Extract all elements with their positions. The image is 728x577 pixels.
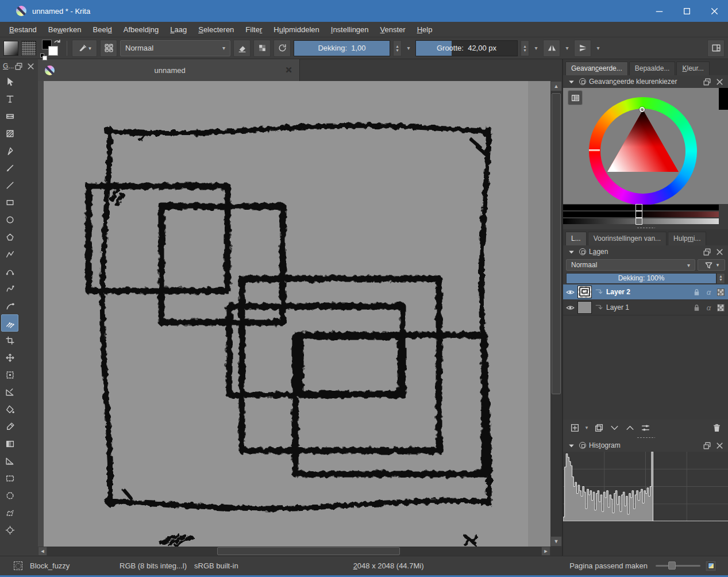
tool-text[interactable] <box>1 90 18 107</box>
layer-properties-button[interactable] <box>638 421 652 434</box>
float-docker-icon[interactable] <box>702 247 712 257</box>
size-spinner[interactable]: ▴▾ <box>521 40 529 56</box>
scroll-right-button[interactable]: ► <box>541 547 550 556</box>
menu-help[interactable]: Help <box>411 25 438 34</box>
tool-line[interactable] <box>1 176 18 194</box>
layer-name[interactable]: Layer 2 <box>606 288 690 296</box>
canvas-viewport[interactable] <box>38 81 550 547</box>
blending-mode-select[interactable]: Normaal ▾ <box>120 40 230 56</box>
tool-select-polygonal[interactable] <box>1 504 18 521</box>
tool-gradient[interactable] <box>1 435 18 452</box>
tool-ellipse[interactable] <box>1 211 18 228</box>
scroll-left-button[interactable]: ◄ <box>38 547 47 556</box>
tool-measure[interactable] <box>1 452 18 470</box>
add-layer-dropdown[interactable]: ▾ <box>583 421 590 434</box>
opacity-spinner[interactable]: ▴▾ <box>393 40 402 56</box>
tool-bezier-curve[interactable] <box>1 263 18 280</box>
tool-select-elliptical[interactable] <box>1 487 18 504</box>
bar-handle[interactable] <box>635 204 642 211</box>
fit-page-button[interactable] <box>705 560 717 572</box>
size-slider[interactable]: Grootte: 42,00 px <box>415 40 518 56</box>
menu-selecteren[interactable]: Selecteren <box>192 25 240 34</box>
tool-move[interactable] <box>1 349 18 366</box>
layer-alpha-lock-icon[interactable]: α <box>704 303 714 312</box>
vertical-scrollbar[interactable]: ▲ ▼ <box>550 81 562 547</box>
mirror-vertical-button[interactable] <box>574 40 591 57</box>
menu-venster[interactable]: Venster <box>375 25 411 34</box>
zoom-mode-label[interactable]: Pagina passend maken <box>569 561 648 570</box>
tab-l[interactable]: L... <box>565 232 587 245</box>
layer-inherit-alpha-icon[interactable] <box>716 288 726 296</box>
horizontal-scroll-track[interactable] <box>47 547 541 556</box>
eraser-mode-button[interactable] <box>233 40 251 57</box>
tool-select-rectangular[interactable] <box>1 470 18 487</box>
collapse-icon[interactable] <box>567 247 576 257</box>
vertical-scroll-track[interactable] <box>550 91 562 536</box>
tool-crop[interactable] <box>1 332 18 349</box>
tab-hulpmi[interactable]: Hulpmi... <box>668 232 706 245</box>
tool-freehand-path[interactable] <box>1 280 18 297</box>
float-docker-icon[interactable] <box>702 441 712 451</box>
scroll-up-button[interactable]: ▲ <box>550 81 562 91</box>
color-bar-value[interactable] <box>563 218 719 224</box>
tool-calligraphy[interactable] <box>1 142 18 159</box>
layer-row-layer-2[interactable]: Layer 2α <box>563 284 728 300</box>
tool-select-contiguous[interactable] <box>1 521 18 538</box>
horizontal-scroll-thumb[interactable] <box>217 547 400 555</box>
tool-polygon[interactable] <box>1 228 18 245</box>
docker-lock-icon[interactable] <box>579 248 586 255</box>
minimize-button[interactable] <box>645 0 673 22</box>
menu-laag[interactable]: Laag <box>164 25 192 34</box>
collapse-icon[interactable] <box>567 77 576 87</box>
color-mode-label[interactable]: RGB (8 bits integ...l) <box>120 561 187 570</box>
tool-assistants[interactable] <box>1 383 18 401</box>
color-profile-label[interactable]: sRGB built-in <box>194 561 238 570</box>
tab-bepaalde[interactable]: Bepaalde... <box>629 61 676 75</box>
vertical-scroll-thumb[interactable] <box>552 93 561 394</box>
tab-voorinstellingenvan[interactable]: Voorinstellingen van... <box>588 232 667 245</box>
selection-status-icon[interactable] <box>14 561 22 570</box>
canvas-drawing[interactable] <box>38 81 550 547</box>
opacity-slider[interactable]: Dekking: 1,00 <box>294 40 390 56</box>
tool-dynamic-brush[interactable] <box>1 297 18 314</box>
preserve-alpha-button[interactable] <box>253 40 271 57</box>
reset-colors-icon[interactable] <box>40 53 44 57</box>
selector-settings-button[interactable] <box>568 90 583 105</box>
tool-freehand-brush[interactable] <box>1 159 18 176</box>
pattern-swatch[interactable] <box>21 41 36 56</box>
bar-handle[interactable] <box>635 218 642 225</box>
close-docker-icon[interactable] <box>715 247 725 257</box>
mirror-horizontal-button[interactable] <box>543 40 560 57</box>
advanced-color-selector[interactable] <box>563 88 728 204</box>
delete-layer-button[interactable] <box>710 421 723 434</box>
layer-blending-mode-select[interactable]: Normaal ▾ <box>566 259 695 271</box>
layer-alpha-lock-icon[interactable]: α <box>704 288 714 297</box>
opacity-dropdown[interactable]: ▾ <box>405 40 413 56</box>
mirror-vertical-dropdown[interactable]: ▾ <box>594 40 602 56</box>
menu-bewerken[interactable]: Bewerken <box>43 25 87 34</box>
tool-transform-shapes[interactable] <box>1 73 18 90</box>
tool-rectangle[interactable] <box>1 194 18 211</box>
menu-hulpmiddelen[interactable]: Hulpmiddelen <box>268 25 325 34</box>
duplicate-layer-button[interactable] <box>592 421 606 434</box>
tool-polyline[interactable] <box>1 245 18 263</box>
collapse-icon[interactable] <box>567 441 576 451</box>
float-docker-icon[interactable] <box>14 61 24 71</box>
workspace-chooser-button[interactable] <box>707 40 725 57</box>
gradient-swatch[interactable] <box>3 41 18 56</box>
menu-beeld[interactable]: Beeld <box>87 25 118 34</box>
layer-filter-button[interactable]: ▾ <box>698 259 725 271</box>
layer-thumbnail[interactable] <box>577 301 592 314</box>
menu-instellingen[interactable]: Instellingen <box>325 25 375 34</box>
menu-filter[interactable]: Filter <box>240 25 268 34</box>
layer-thumbnail[interactable] <box>577 286 592 298</box>
mirror-horizontal-dropdown[interactable]: ▾ <box>563 40 571 56</box>
layer-visibility-toggle[interactable] <box>565 303 575 313</box>
brush-editor-button[interactable]: ▾ <box>72 40 97 57</box>
layer-lock-icon[interactable] <box>692 303 702 313</box>
size-dropdown[interactable]: ▾ <box>532 40 540 56</box>
tool-pattern-edit[interactable] <box>1 125 18 142</box>
float-docker-icon[interactable] <box>702 77 712 87</box>
menu-bestand[interactable]: Bestand <box>3 25 43 34</box>
color-bar-hue[interactable] <box>563 205 719 210</box>
